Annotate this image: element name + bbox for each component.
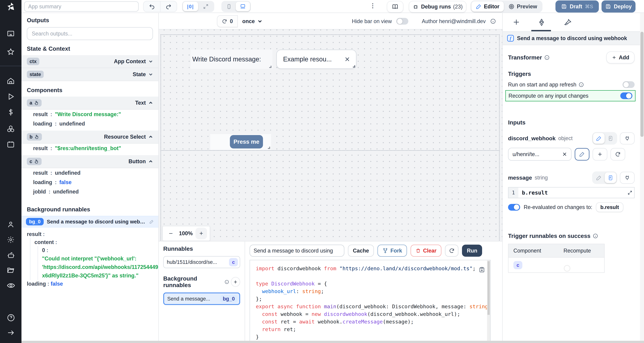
connect-plug-icon[interactable] xyxy=(620,172,634,184)
canvas-resource-select[interactable]: Example resou... xyxy=(276,50,356,69)
resource-value-input[interactable]: u/henri/te... xyxy=(508,148,572,161)
hide-bar-toggle[interactable] xyxy=(396,18,408,24)
discord-webhook-name: discord_webhook xyxy=(508,135,556,142)
canvas-text-component[interactable]: Write Discord message: xyxy=(190,50,272,69)
component-row-b[interactable]: b Resource Select xyxy=(22,130,158,144)
tab-editor[interactable]: Editor xyxy=(471,1,504,12)
undo-button[interactable] xyxy=(144,1,160,12)
code-line: webhook_url: string; xyxy=(256,288,490,295)
code-scrollbar[interactable] xyxy=(487,260,490,342)
output-row-state[interactable]: state State xyxy=(22,68,158,81)
favorites-star-icon[interactable] xyxy=(7,48,15,56)
zoom-out-button[interactable]: − xyxy=(166,230,176,237)
chevron-up-icon[interactable] xyxy=(148,134,153,139)
workers-robot-icon[interactable] xyxy=(7,251,15,259)
table-header-component: Component xyxy=(508,248,558,254)
clear-button[interactable]: Clear xyxy=(410,244,442,257)
recompute-toggle[interactable] xyxy=(620,92,632,99)
page-scrollbar[interactable] xyxy=(640,13,644,343)
logs-eye-icon[interactable] xyxy=(7,281,15,290)
error-line: x6dRlyll2z1Be-3QC5m25'}" as string." xyxy=(42,271,153,280)
add-background-runnable-button[interactable] xyxy=(231,277,240,287)
runnable-item[interactable]: hub/1511/discord/se... c xyxy=(163,256,240,268)
user-icon[interactable] xyxy=(7,220,15,228)
docs-book-button[interactable] xyxy=(387,1,404,12)
refresh-count-button[interactable]: 0 xyxy=(217,15,238,27)
kebab-menu-icon[interactable]: ⋮ xyxy=(370,3,376,8)
runnable-name-input[interactable] xyxy=(250,244,344,257)
chevron-up-icon[interactable] xyxy=(148,159,153,164)
code-editor[interactable]: import discordwebhook from "https://deno… xyxy=(250,260,490,343)
background-runnable-item-selected[interactable]: Send a message... bg_0 xyxy=(163,292,240,305)
info-icon xyxy=(544,55,550,60)
fork-button[interactable]: Fork xyxy=(378,244,407,257)
static-mode-pencil-icon[interactable] xyxy=(593,133,605,144)
copy-code-icon[interactable] xyxy=(479,266,485,273)
draft-button[interactable]: Draft ⌘S xyxy=(556,0,599,12)
run-on-start-toggle[interactable] xyxy=(622,81,634,88)
settings-gear-icon[interactable] xyxy=(7,236,15,244)
mobile-view-button[interactable] xyxy=(222,2,236,11)
output-row-ctx[interactable]: ctx App Context xyxy=(22,55,158,68)
tab-preview[interactable]: Preview xyxy=(504,1,542,12)
deploy-button[interactable]: Deploy xyxy=(602,0,636,12)
deploy-label: Deploy xyxy=(614,4,632,10)
fullscreen-button[interactable] xyxy=(198,2,213,11)
resize-handle[interactable] xyxy=(268,147,270,149)
background-runnable-row[interactable]: bg_0 Send a message to discord using web… xyxy=(22,216,158,228)
add-transformer-button[interactable]: Add xyxy=(606,52,634,64)
component-row-a[interactable]: a Text xyxy=(22,96,158,110)
frequency-select[interactable]: once xyxy=(238,18,267,24)
static-mode-pencil-icon[interactable] xyxy=(593,172,605,183)
redo-button[interactable] xyxy=(160,1,177,12)
chevron-down-icon[interactable] xyxy=(148,59,153,64)
resources-cubes-icon[interactable] xyxy=(7,125,15,133)
variables-dollar-icon[interactable] xyxy=(7,108,15,116)
tab-styling-icon[interactable] xyxy=(564,18,572,26)
edit-resource-button[interactable] xyxy=(575,148,590,160)
eval-mode-function-icon[interactable] xyxy=(605,172,616,183)
reevaluate-target-badge[interactable]: b.result xyxy=(596,202,624,212)
kv-row: loading:undefined xyxy=(27,119,153,128)
resize-handle[interactable] xyxy=(353,65,355,68)
app-canvas[interactable]: Write Discord message: Example resou... … xyxy=(159,30,502,241)
code-line: const ret = await webhook.createMessage(… xyxy=(256,318,490,326)
resize-handle[interactable] xyxy=(269,66,272,68)
chevron-up-icon[interactable] xyxy=(148,100,153,105)
run-button[interactable]: Run xyxy=(462,244,482,257)
refresh-resource-button[interactable] xyxy=(610,148,625,160)
clear-x-icon[interactable] xyxy=(344,56,350,62)
message-expression-editor[interactable]: 1 b.result xyxy=(508,187,634,198)
connect-plug-icon[interactable] xyxy=(620,132,634,144)
tab-components-icon[interactable] xyxy=(538,18,546,26)
folders-icon[interactable] xyxy=(7,266,15,274)
desktop-view-button[interactable] xyxy=(236,2,250,11)
debug-runs-button[interactable]: Debug runs (23) xyxy=(409,1,466,12)
center-layout-button[interactable]: |0| xyxy=(183,2,198,11)
home-icon[interactable] xyxy=(7,77,15,85)
reevaluate-toggle[interactable] xyxy=(508,204,520,211)
workspace-icon[interactable] xyxy=(7,30,15,38)
help-icon[interactable] xyxy=(7,314,15,322)
expand-editor-icon[interactable] xyxy=(628,190,632,195)
edit-pencil-icon[interactable] xyxy=(149,220,154,224)
tab-insert-plus-icon[interactable] xyxy=(512,18,520,26)
runs-play-icon[interactable] xyxy=(7,92,15,100)
create-resource-button[interactable] xyxy=(592,148,607,160)
chevron-down-icon[interactable] xyxy=(148,72,153,76)
canvas-button-component[interactable]: Press me xyxy=(230,135,263,148)
cache-button[interactable]: Cache xyxy=(348,244,374,257)
clear-resource-x-icon[interactable] xyxy=(562,152,567,157)
refresh-code-button[interactable] xyxy=(445,244,458,257)
code-line: export async function main(discord_webho… xyxy=(256,303,490,310)
eval-mode-function-icon[interactable] xyxy=(605,133,616,144)
collapse-arrow-icon[interactable] xyxy=(7,329,15,337)
component-row-c[interactable]: c Button xyxy=(22,155,158,168)
page-horizontal-scrollbar[interactable] xyxy=(22,341,644,343)
windmill-logo-icon[interactable] xyxy=(6,2,16,12)
zoom-in-button[interactable]: + xyxy=(196,228,207,239)
input-mode-group xyxy=(592,172,617,184)
schedules-calendar-icon[interactable] xyxy=(7,140,15,148)
search-outputs-input[interactable] xyxy=(27,27,153,40)
app-summary-input[interactable] xyxy=(24,1,139,12)
